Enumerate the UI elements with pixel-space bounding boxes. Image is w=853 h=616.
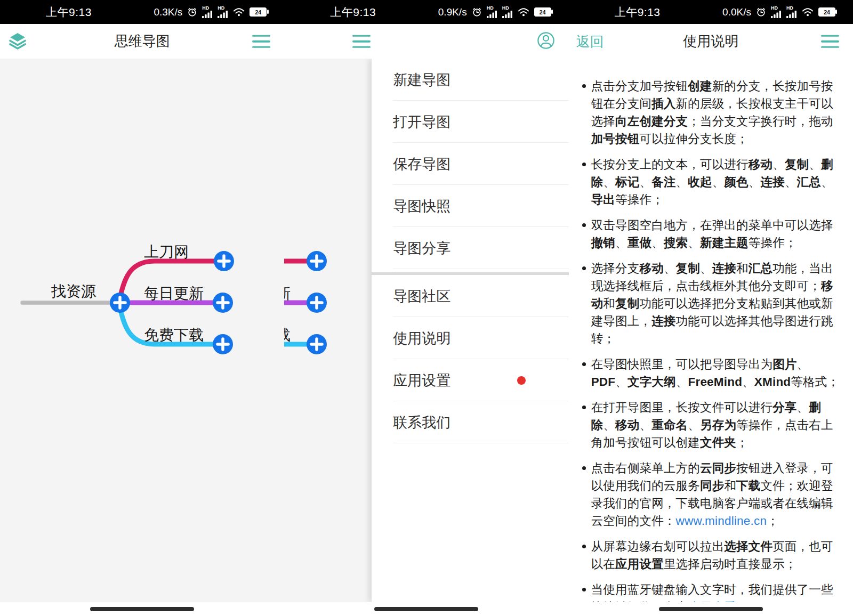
text-segment: 、 [712,175,725,189]
mindmap-canvas[interactable]: 找资源 上刀网 每日更新 免费下载 [0,59,284,602]
branch-label[interactable]: 每日更新 [144,285,204,302]
gesture-bar-area [569,602,853,616]
text-segment: 、 [688,418,700,432]
gesture-pill[interactable] [659,607,763,611]
menu-item-label: 导图社区 [393,287,450,306]
text-segment: 等格式； [791,375,839,388]
text-segment: 当使用蓝牙键盘输入文字时，我们提供了一些快捷键操作，点击 [591,583,833,602]
text-segment: 、 [676,175,688,189]
text-segment: 分享 [772,401,796,414]
text-segment: 向左创建分支 [615,115,688,128]
panel-mindmap: 上午9:13 0.3K/s HD HD 24 思维导图 找资源 [0,0,284,616]
branch-label[interactable]: 免费下载 [144,327,204,343]
signal-sim2-icon: HD [786,6,797,18]
text-segment: 颜色 [724,175,748,189]
text-segment: 导出 [591,193,615,206]
text-segment: 、 [603,175,615,189]
app-bar: 返回 使用说明 [569,24,853,59]
menu-item[interactable]: 联系我们 [372,401,568,443]
text-segment: 、 [785,175,797,189]
branch-plus-button[interactable] [307,293,327,313]
root-node-label[interactable]: 找资源 [51,283,96,299]
text-segment: 选择文件 [724,540,772,553]
status-time: 上午9:13 [46,5,92,20]
text-segment: 移动 [749,158,772,171]
instruction-item: 点击分支加号按钮创建新的分支，长按加号按钮在分支间插入新的层级，长按根支主干可以… [582,77,841,148]
status-icons: 0.9K/s HD HD 24 [438,6,551,18]
account-icon[interactable] [537,31,555,52]
menu-item[interactable]: 打开导图 [372,101,568,143]
menu-item[interactable]: 导图社区 [372,275,568,317]
branch-plus-button[interactable] [307,334,327,354]
text-segment: 复制 [676,262,700,275]
menu-item-label: 联系我们 [393,413,450,432]
text-segment: 插入 [651,97,675,110]
status-time: 上午9:13 [330,5,376,20]
branch-plus-button[interactable] [213,293,233,313]
gesture-pill[interactable] [374,607,478,611]
text-segment: 加号按钮 [591,132,640,145]
text-segment: 、 [742,375,754,388]
signal-sim1-icon: HD [771,6,782,18]
text-segment: 、 [676,375,688,388]
text-segment: 和 [736,262,749,275]
text-segment: 在打开导图里，长按文件可以进行 [591,401,773,414]
menu-item-label: 保存导图 [393,155,450,174]
status-icons: 0.0K/s HD HD 24 [722,6,835,18]
text-segment: FreeMind [688,375,742,388]
drawer-group-2: 导图社区使用说明应用设置联系我们 [372,275,568,443]
menu-icon[interactable] [821,31,839,52]
triple-screenshot-strip: 上午9:13 0.3K/s HD HD 24 思维导图 找资源 [0,0,853,616]
drawer-screen: 新 载 新建导图打开导图保存导图导图快照导图分享 导图社区使用说明应用设置联系我… [284,59,568,602]
menu-icon[interactable] [252,31,270,52]
gesture-bar-area [284,602,568,616]
inline-link[interactable]: 这里查看 [688,601,736,602]
menu-item-label: 应用设置 [393,371,450,390]
mindmap-fragment: 新 载 [284,59,372,602]
gesture-pill[interactable] [90,607,194,611]
wifi-icon [518,7,529,17]
text-segment: 、 [821,175,833,189]
instruction-item: 长按分支上的文本，可以进行移动、复制、删除、标记、备注、收起、颜色、连接、汇总、… [582,156,841,208]
app-bar [284,24,568,59]
instruction-item: 当使用蓝牙键盘输入文字时，我们提供了一些快捷键操作，点击这里查看。 [582,581,841,602]
text-segment: 、 [639,418,651,432]
text-segment: 连接 [651,314,675,328]
text-segment: 、 [615,236,627,249]
menu-item[interactable]: 使用说明 [372,317,568,359]
text-segment: 可以拉伸分支长度； [639,132,748,145]
root-plus-button[interactable] [110,293,130,313]
notification-dot [517,376,526,385]
menu-item[interactable]: 应用设置 [372,359,568,401]
text-segment: PDF [591,375,616,388]
text-segment: 从屏幕边缘右划可以拉出 [591,540,725,553]
text-segment: 标记 [615,175,639,189]
panel-instructions: 上午9:13 0.0K/s HD HD 24 返回 使用说明 点击分支加号按钮创… [569,0,853,616]
drawer-group-1: 新建导图打开导图保存导图导图快照导图分享 [372,59,568,269]
alarm-clock-icon [472,7,482,17]
branch-plus-button[interactable] [213,334,233,354]
status-bar: 上午9:13 0.9K/s HD HD 24 [284,0,568,24]
menu-icon[interactable] [352,31,371,52]
alarm-clock-icon [756,7,766,17]
text-segment: 等操作； [615,193,664,206]
text-segment: 云同步 [700,461,736,475]
instructions-screen: 点击分支加号按钮创建新的分支，长按加号按钮在分支间插入新的层级，长按根支主干可以… [569,59,853,602]
text-segment: 和 [603,297,615,310]
menu-item[interactable]: 导图分享 [372,227,568,269]
text-segment: 文字大纲 [627,375,676,388]
menu-item[interactable]: 导图快照 [372,185,568,227]
branch-plus-button[interactable] [307,251,327,271]
menu-item-label: 使用说明 [393,329,450,348]
text-segment: 、 [603,418,615,432]
branch-label[interactable]: 上刀网 [144,244,189,260]
menu-item[interactable]: 保存导图 [372,143,568,185]
menu-item[interactable]: 新建导图 [372,59,568,101]
battery-level: 24 [824,9,830,15]
text-segment: ； [767,514,779,528]
page-title: 使用说明 [569,32,853,51]
inline-link[interactable]: www.mindline.cn [676,514,767,528]
branch-plus-button[interactable] [214,251,234,271]
text-segment: 备注 [651,175,675,189]
text-segment: 连接 [712,262,736,275]
